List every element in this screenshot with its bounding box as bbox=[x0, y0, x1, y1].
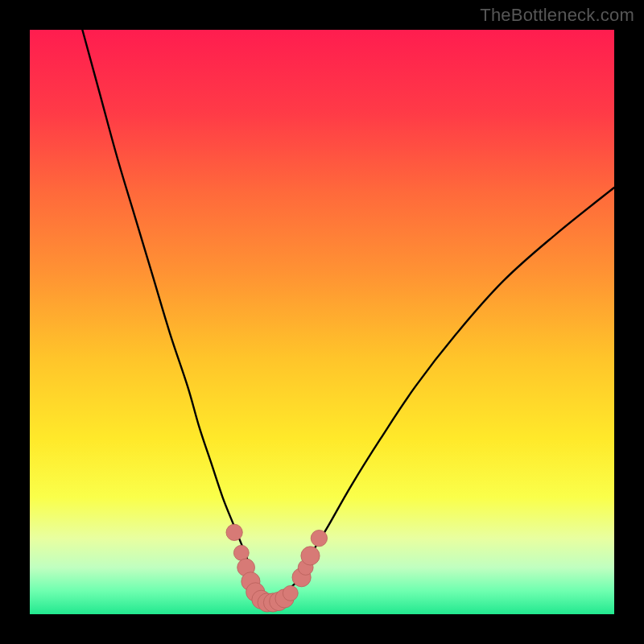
curve-marker bbox=[311, 530, 327, 546]
curve-marker bbox=[283, 585, 298, 601]
attribution-text: TheBottleneck.com bbox=[480, 5, 634, 26]
curve-markers bbox=[226, 524, 328, 612]
curve-marker bbox=[226, 524, 242, 540]
curve-marker bbox=[233, 545, 249, 560]
curve-layer bbox=[30, 30, 614, 614]
curve-marker bbox=[301, 547, 320, 565]
chart-stage: TheBottleneck.com bbox=[0, 0, 644, 644]
plot-area bbox=[30, 30, 614, 614]
bottleneck-curve bbox=[82, 30, 614, 603]
